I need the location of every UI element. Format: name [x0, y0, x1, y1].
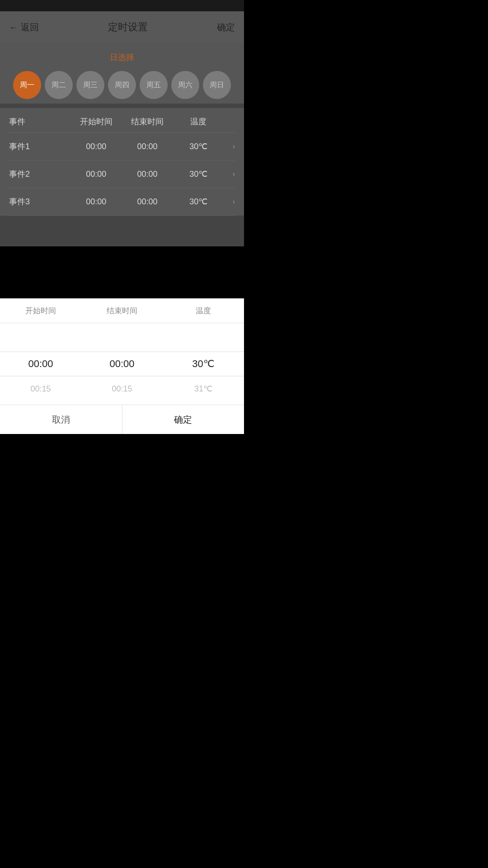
top-nav: ← 返回 定时设置 确定 [0, 11, 244, 43]
event-1-temp: 30℃ [173, 142, 224, 151]
day-selection-title: 日选择 [9, 52, 235, 63]
event-2-start: 00:00 [70, 170, 122, 179]
picker-column-end[interactable]: 00:00 00:15 [81, 323, 163, 405]
header-event: 事件 [9, 116, 70, 127]
events-table: 事件 开始时间 结束时间 温度 事件1 00:00 00:00 30℃ › 事件… [0, 108, 244, 216]
header-temp: 温度 [173, 116, 224, 127]
picker-item-below-temp: 31℃ [163, 377, 244, 401]
day-btn-fri[interactable]: 周五 [140, 71, 168, 99]
event-1-start: 00:00 [70, 142, 122, 151]
picker-selected-start: 00:00 [0, 352, 81, 377]
header-start: 开始时间 [70, 116, 122, 127]
event-3-arrow-icon: › [224, 198, 235, 206]
picker-tabs: 开始时间 结束时间 温度 [0, 298, 244, 323]
page-title: 定时设置 [108, 20, 148, 34]
event-3-name: 事件3 [9, 196, 70, 207]
day-btn-wed[interactable]: 周三 [76, 71, 104, 99]
day-selection-section: 日选择 周一 周二 周三 周四 周五 周六 周日 [0, 43, 244, 104]
nav-confirm-button[interactable]: 确定 [217, 21, 235, 33]
back-button[interactable]: ← 返回 [9, 21, 39, 33]
table-row[interactable]: 事件2 00:00 00:00 30℃ › [9, 160, 235, 188]
event-2-arrow-icon: › [224, 170, 235, 178]
picker-item-above-3 [163, 327, 244, 352]
picker-column-start[interactable]: 00:00 00:15 [0, 323, 81, 405]
event-1-arrow-icon: › [224, 142, 235, 151]
day-btn-sat[interactable]: 周六 [171, 71, 199, 99]
picker-item-above-2 [81, 327, 163, 352]
day-btn-thu[interactable]: 周四 [108, 71, 136, 99]
event-2-end: 00:00 [122, 170, 173, 179]
picker-column-temp[interactable]: 30℃ 31℃ [163, 323, 244, 405]
event-2-name: 事件2 [9, 169, 70, 179]
picker-selected-temp: 30℃ [163, 352, 244, 377]
header-end: 结束时间 [122, 116, 173, 127]
event-1-name: 事件1 [9, 141, 70, 152]
picker-tab-temp[interactable]: 温度 [163, 298, 244, 323]
table-row[interactable]: 事件1 00:00 00:00 30℃ › [9, 133, 235, 160]
picker-item-below-start: 00:15 [0, 377, 81, 401]
day-btn-sun[interactable]: 周日 [203, 71, 231, 99]
day-btn-tue[interactable]: 周二 [45, 71, 73, 99]
status-bar [0, 0, 244, 11]
picker-actions: 取消 确定 [0, 405, 244, 434]
table-row[interactable]: 事件3 00:00 00:00 30℃ › [9, 188, 235, 216]
event-3-temp: 30℃ [173, 197, 224, 207]
picker-scroll-area[interactable]: 00:00 00:15 00:00 00:15 30℃ 31℃ [0, 323, 244, 405]
back-label: 返回 [21, 21, 39, 33]
event-1-end: 00:00 [122, 142, 173, 151]
event-3-start: 00:00 [70, 197, 122, 207]
picker-item-above-1 [0, 327, 81, 352]
back-arrow-icon: ← [9, 22, 18, 33]
picker-cancel-button[interactable]: 取消 [0, 405, 122, 434]
picker-tab-end[interactable]: 结束时间 [81, 298, 163, 323]
day-btn-mon[interactable]: 周一 [13, 71, 41, 99]
day-buttons-row: 周一 周二 周三 周四 周五 周六 周日 [9, 71, 235, 99]
table-header: 事件 开始时间 结束时间 温度 [9, 108, 235, 133]
picker-overlay: 开始时间 结束时间 温度 00:00 00:15 00:00 00:15 [0, 298, 244, 434]
picker-ok-button[interactable]: 确定 [122, 405, 244, 434]
event-2-temp: 30℃ [173, 169, 224, 179]
picker-tab-start[interactable]: 开始时间 [0, 298, 81, 323]
picker-selected-end: 00:00 [81, 352, 163, 377]
picker-item-below-end: 00:15 [81, 377, 163, 401]
event-3-end: 00:00 [122, 197, 173, 207]
